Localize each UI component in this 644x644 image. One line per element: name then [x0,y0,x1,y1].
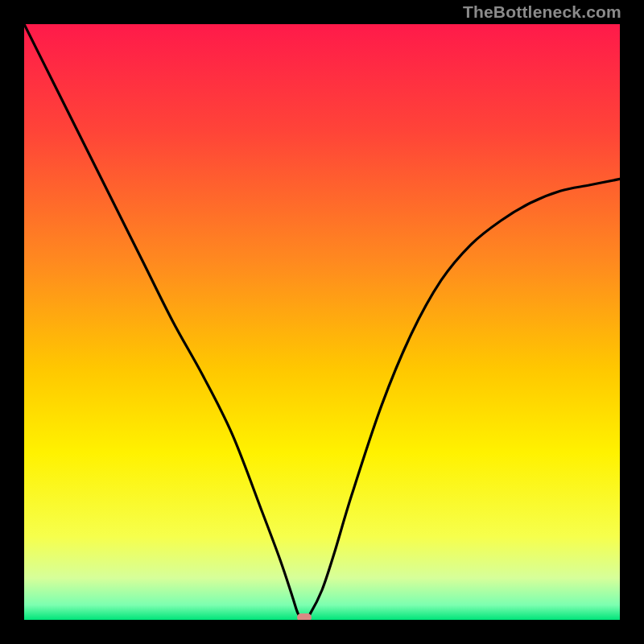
watermark-text: TheBottleneck.com [463,2,621,22]
image-frame: TheBottleneck.com [0,0,644,644]
optimal-point-marker [297,613,312,620]
bottleneck-curve [24,24,620,620]
plot-area [24,24,620,620]
